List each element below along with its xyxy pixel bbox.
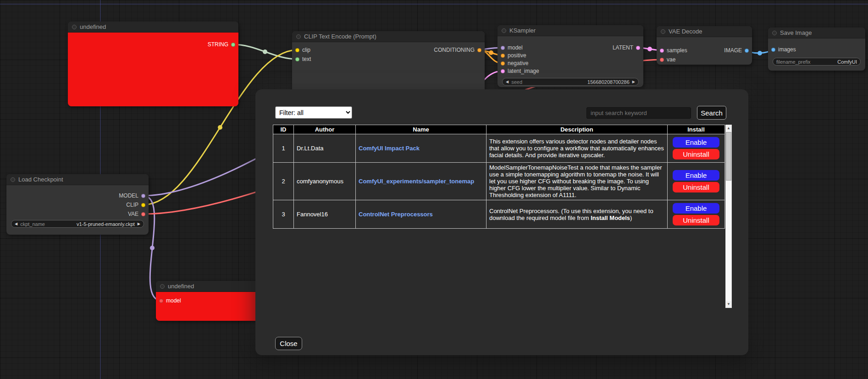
ext-install-cell: Enable Uninstall <box>668 200 725 229</box>
input-slot-images[interactable]: images <box>771 46 796 53</box>
node-titlebar[interactable]: undefined <box>68 22 238 33</box>
combo-prev-icon[interactable]: ◀ <box>506 80 509 84</box>
widget-name: filename_prefix <box>776 59 811 65</box>
node-body: MODEL CLIP VAE ◀ ckpt_name v1-5-pruned-e… <box>6 185 149 235</box>
input-slot-clip[interactable]: clip <box>295 47 310 53</box>
output-slot-image[interactable]: IMAGE <box>724 47 749 54</box>
table-scrollbar[interactable]: ▲ ▼ <box>725 125 732 308</box>
node-collapse-icon[interactable] <box>160 284 165 289</box>
slot-dot-clip[interactable] <box>295 48 299 52</box>
node-collapse-icon[interactable] <box>772 31 777 35</box>
ckpt-name-widget[interactable]: ◀ ckpt_name v1-5-pruned-emaonly.ckpt ▶ <box>11 220 144 228</box>
widget-value: ComfyUI <box>837 59 857 65</box>
slot-dot-samples[interactable] <box>660 49 664 53</box>
node-undefined-bottom[interactable]: undefined model <box>156 281 266 321</box>
node-vae-decode[interactable]: VAE Decode samples vae IMAGE <box>657 26 752 65</box>
enable-button[interactable]: Enable <box>673 203 719 214</box>
input-slot-negative[interactable]: negative <box>501 60 528 66</box>
input-slot-vae[interactable]: vae <box>660 56 675 63</box>
ext-description-bold: Install Models <box>591 214 630 221</box>
slot-dot-vae[interactable] <box>141 212 145 216</box>
node-save-image[interactable]: Save Image images filename_prefix ComfyU… <box>768 27 865 71</box>
node-ksampler[interactable]: KSampler model positive negative latent_… <box>498 25 643 87</box>
node-collapse-icon[interactable] <box>661 29 665 34</box>
enable-button[interactable]: Enable <box>673 170 719 181</box>
ext-name-link[interactable]: ControlNet Preprocessors <box>359 211 433 218</box>
enable-button[interactable]: Enable <box>673 137 719 148</box>
node-body: clip text CONDITIONING <box>292 42 485 95</box>
combo-next-icon[interactable]: ▶ <box>632 80 635 84</box>
ext-name-link[interactable]: ComfyUI_experiments/sampler_tonemap <box>359 178 474 185</box>
extensions-table: ID Author Name Description Install 1 Dr.… <box>273 125 725 229</box>
link-midpoint-dot <box>647 47 652 51</box>
filter-select[interactable]: Filter: all <box>275 106 352 119</box>
output-slot-string[interactable]: STRING <box>208 41 235 48</box>
node-undefined-top[interactable]: undefined STRING <box>68 22 238 106</box>
output-slot-model[interactable]: MODEL <box>119 192 145 199</box>
slot-label: latent_image <box>508 68 539 74</box>
node-titlebar[interactable]: CLIP Text Encode (Prompt) <box>292 31 485 42</box>
search-button[interactable]: Search <box>697 106 726 120</box>
slot-label: images <box>778 46 796 53</box>
node-collapse-icon[interactable] <box>72 25 77 29</box>
ext-install-cell: Enable Uninstall <box>668 134 725 163</box>
slot-dot-negative[interactable] <box>501 61 505 66</box>
scrollbar-down-icon[interactable]: ▼ <box>726 301 731 308</box>
input-slot-model[interactable]: model <box>501 44 523 51</box>
ext-name-link[interactable]: ComfyUI Impact Pack <box>359 145 420 152</box>
slot-dot-vae[interactable] <box>660 58 664 62</box>
node-collapse-icon[interactable] <box>11 177 15 182</box>
uninstall-button[interactable]: Uninstall <box>673 149 719 159</box>
slot-dot-string[interactable] <box>231 43 235 47</box>
combo-next-icon[interactable]: ▶ <box>138 222 140 226</box>
ext-author: Dr.Lt.Data <box>294 134 356 163</box>
input-slot-model[interactable]: model <box>159 297 181 304</box>
node-load-checkpoint[interactable]: Load Checkpoint MODEL CLIP VAE ◀ ckpt_na… <box>6 174 149 235</box>
close-button[interactable]: Close <box>275 337 302 350</box>
input-slot-latent-image[interactable]: latent_image <box>501 68 539 74</box>
scrollbar-thumb[interactable] <box>726 132 731 181</box>
seed-widget[interactable]: ◀ seed 156680208700286 ▶ <box>502 78 639 86</box>
slot-dot-conditioning[interactable] <box>477 48 481 52</box>
node-collapse-icon[interactable] <box>296 34 301 39</box>
widget-value: v1-5-pruned-emaonly.ckpt <box>77 221 135 227</box>
node-graph-canvas[interactable]: undefined STRING CLIP Text Encode (Promp… <box>0 0 868 379</box>
node-collapse-icon[interactable] <box>502 28 506 33</box>
node-titlebar[interactable]: Load Checkpoint <box>6 174 149 185</box>
node-titlebar[interactable]: KSampler <box>498 25 643 36</box>
search-input[interactable] <box>586 107 691 119</box>
combo-prev-icon[interactable]: ◀ <box>15 222 17 226</box>
slot-dot-model[interactable] <box>159 299 163 303</box>
slot-label: clip <box>302 47 310 53</box>
node-titlebar[interactable]: VAE Decode <box>657 26 752 37</box>
output-slot-conditioning[interactable]: CONDITIONING <box>434 47 481 53</box>
table-row: 2 comfyanonymous ComfyUI_experiments/sam… <box>273 163 725 200</box>
uninstall-button[interactable]: Uninstall <box>673 182 719 192</box>
output-slot-vae[interactable]: VAE <box>128 211 145 217</box>
slot-dot-image[interactable] <box>745 49 749 53</box>
slot-dot-model[interactable] <box>501 46 505 50</box>
slot-dot-text[interactable] <box>295 57 299 61</box>
widget-name: seed <box>511 79 522 85</box>
slot-dot-model[interactable] <box>141 194 145 198</box>
input-slot-positive[interactable]: positive <box>501 52 526 59</box>
link-midpoint-dot <box>150 246 155 250</box>
slot-dot-latent[interactable] <box>636 46 640 50</box>
slot-dot-positive[interactable] <box>501 54 505 58</box>
uninstall-button[interactable]: Uninstall <box>673 215 719 225</box>
slot-dot-images[interactable] <box>771 48 775 52</box>
output-slot-latent[interactable]: LATENT <box>613 44 640 51</box>
filename-prefix-widget[interactable]: filename_prefix ComfyUI <box>773 58 861 66</box>
node-titlebar[interactable]: Save Image <box>768 27 865 38</box>
custom-nodes-manager-dialog: Filter: all Search ID Author Name Descri… <box>255 89 748 355</box>
slot-label: CLIP <box>126 202 138 208</box>
slot-dot-latent-image[interactable] <box>501 69 505 73</box>
slot-dot-clip[interactable] <box>141 203 145 207</box>
table-row: 3 Fannovel16 ControlNet Preprocessors Co… <box>273 200 725 229</box>
input-slot-text[interactable]: text <box>295 56 311 62</box>
node-clip-text-encode[interactable]: CLIP Text Encode (Prompt) clip text COND… <box>292 31 485 95</box>
node-titlebar[interactable]: undefined <box>156 281 266 292</box>
output-slot-clip[interactable]: CLIP <box>126 202 145 208</box>
input-slot-samples[interactable]: samples <box>660 47 687 54</box>
scrollbar-up-icon[interactable]: ▲ <box>726 125 731 132</box>
